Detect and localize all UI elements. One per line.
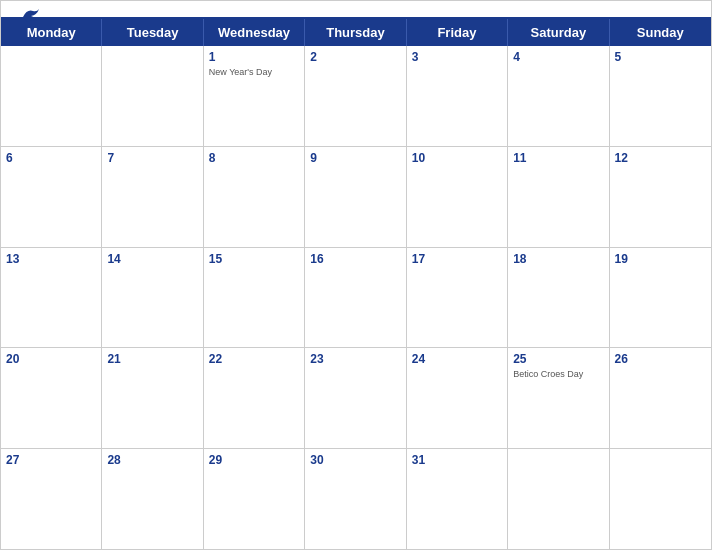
calendar: MondayTuesdayWednesdayThursdayFridaySatu…	[0, 0, 712, 550]
day-header-wednesday: Wednesday	[204, 19, 305, 46]
day-cell: 11	[508, 147, 609, 247]
week-row-1: 1New Year's Day2345	[1, 46, 711, 147]
day-number: 23	[310, 351, 400, 368]
day-number: 27	[6, 452, 96, 469]
day-number: 10	[412, 150, 502, 167]
day-cell: 7	[102, 147, 203, 247]
day-number: 30	[310, 452, 400, 469]
day-cell: 23	[305, 348, 406, 448]
week-row-2: 6789101112	[1, 147, 711, 248]
day-number: 12	[615, 150, 706, 167]
day-headers-row: MondayTuesdayWednesdayThursdayFridaySatu…	[1, 19, 711, 46]
day-number: 17	[412, 251, 502, 268]
calendar-header	[1, 1, 711, 17]
day-cell: 13	[1, 248, 102, 348]
week-row-4: 202122232425Betico Croes Day26	[1, 348, 711, 449]
day-cell: 5	[610, 46, 711, 146]
day-number: 20	[6, 351, 96, 368]
day-number: 11	[513, 150, 603, 167]
day-cell: 3	[407, 46, 508, 146]
day-number: 14	[107, 251, 197, 268]
day-number: 31	[412, 452, 502, 469]
day-cell: 21	[102, 348, 203, 448]
day-cell: 10	[407, 147, 508, 247]
day-number: 26	[615, 351, 706, 368]
day-cell	[102, 46, 203, 146]
logo-bird-icon	[19, 7, 41, 27]
day-number: 4	[513, 49, 603, 66]
day-cell: 27	[1, 449, 102, 549]
day-number: 3	[412, 49, 502, 66]
day-cell	[508, 449, 609, 549]
day-cell: 29	[204, 449, 305, 549]
day-cell	[610, 449, 711, 549]
day-cell: 8	[204, 147, 305, 247]
day-cell: 24	[407, 348, 508, 448]
day-cell: 26	[610, 348, 711, 448]
day-cell: 19	[610, 248, 711, 348]
day-number: 22	[209, 351, 299, 368]
day-cell: 1New Year's Day	[204, 46, 305, 146]
day-cell: 30	[305, 449, 406, 549]
day-header-tuesday: Tuesday	[102, 19, 203, 46]
day-number: 21	[107, 351, 197, 368]
logo	[17, 9, 41, 27]
day-cell: 31	[407, 449, 508, 549]
day-number: 5	[615, 49, 706, 66]
day-number: 9	[310, 150, 400, 167]
day-number: 6	[6, 150, 96, 167]
day-header-saturday: Saturday	[508, 19, 609, 46]
day-cell: 15	[204, 248, 305, 348]
day-event: New Year's Day	[209, 67, 299, 79]
day-cell: 25Betico Croes Day	[508, 348, 609, 448]
day-number: 24	[412, 351, 502, 368]
day-number: 15	[209, 251, 299, 268]
day-number: 29	[209, 452, 299, 469]
day-number: 7	[107, 150, 197, 167]
day-header-sunday: Sunday	[610, 19, 711, 46]
day-cell: 6	[1, 147, 102, 247]
day-number: 28	[107, 452, 197, 469]
week-row-5: 2728293031	[1, 449, 711, 549]
day-cell: 2	[305, 46, 406, 146]
day-event: Betico Croes Day	[513, 369, 603, 381]
day-cell: 16	[305, 248, 406, 348]
day-cell: 9	[305, 147, 406, 247]
day-cell: 14	[102, 248, 203, 348]
day-number: 8	[209, 150, 299, 167]
day-number: 2	[310, 49, 400, 66]
day-number: 25	[513, 351, 603, 368]
day-number: 13	[6, 251, 96, 268]
weeks-container: 1New Year's Day2345678910111213141516171…	[1, 46, 711, 549]
day-number: 16	[310, 251, 400, 268]
day-cell: 12	[610, 147, 711, 247]
day-cell: 22	[204, 348, 305, 448]
day-number: 1	[209, 49, 299, 66]
day-cell: 4	[508, 46, 609, 146]
day-number: 18	[513, 251, 603, 268]
day-number: 19	[615, 251, 706, 268]
week-row-3: 13141516171819	[1, 248, 711, 349]
day-header-friday: Friday	[407, 19, 508, 46]
day-header-thursday: Thursday	[305, 19, 406, 46]
day-cell: 28	[102, 449, 203, 549]
day-cell: 20	[1, 348, 102, 448]
day-cell	[1, 46, 102, 146]
calendar-grid: MondayTuesdayWednesdayThursdayFridaySatu…	[1, 17, 711, 549]
day-cell: 17	[407, 248, 508, 348]
day-cell: 18	[508, 248, 609, 348]
